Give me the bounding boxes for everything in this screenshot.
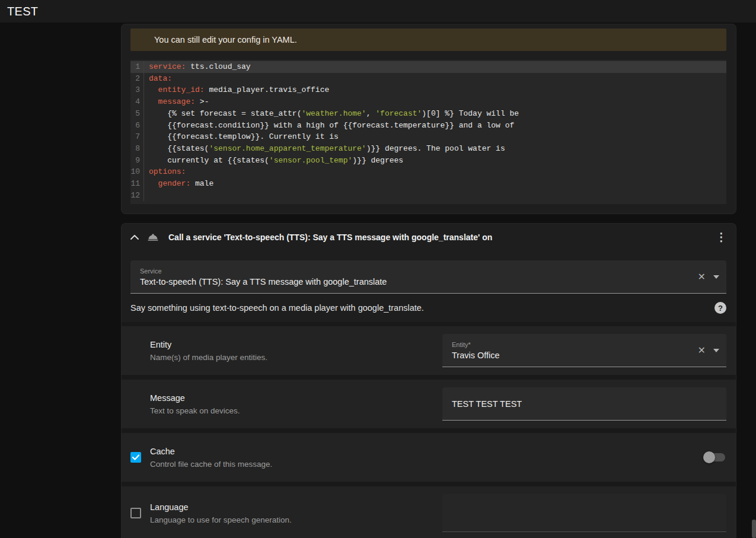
message-field[interactable]: TEST TEST TEST: [442, 387, 726, 421]
line-number: 9: [130, 155, 144, 167]
language-description: Language to use for speech generation.: [150, 515, 430, 524]
overflow-menu-button[interactable]: ⋮: [716, 233, 725, 242]
toggle-knob: [703, 451, 715, 463]
code-text: gender: male: [144, 178, 213, 190]
entity-labels: EntityName(s) of media player entities.: [150, 340, 442, 362]
clear-x-icon[interactable]: ✕: [698, 272, 706, 282]
code-line-12: 12: [130, 190, 726, 202]
service-field-label: Service: [140, 268, 696, 275]
cache-name: Cache: [150, 447, 430, 456]
clear-x-icon[interactable]: ✕: [698, 346, 706, 355]
entity-name: Entity: [150, 340, 430, 349]
code-line-10: 10options:: [130, 166, 726, 178]
collapse-button[interactable]: [130, 233, 139, 242]
code-text: message: >-: [144, 96, 209, 108]
attribute-rows: EntityName(s) of media player entities.E…: [122, 322, 736, 538]
message-row: MessageText to speak on devices.TEST TES…: [122, 380, 736, 428]
code-text: {% set forecast = state_attr('weather.ho…: [144, 108, 519, 120]
action-card-header: Call a service 'Text-to-speech (TTS): Sa…: [122, 224, 736, 251]
code-text: [144, 190, 149, 202]
entity-row: EntityName(s) of media player entities.E…: [122, 326, 736, 375]
cache-description: Control file cache of this message.: [150, 460, 430, 469]
language-field[interactable]: [442, 494, 726, 532]
code-text: service: tts.cloud_say: [144, 61, 251, 73]
code-line-2: 2data:: [130, 73, 726, 85]
service-field-value: Text-to-speech (TTS): Say a TTS message …: [140, 277, 696, 286]
code-text: {{forecast.templow}}. Currently it is: [144, 131, 339, 143]
cache-field-slot: [442, 453, 726, 461]
language-labels: LanguageLanguage to use for speech gener…: [150, 502, 442, 524]
code-text: {{states('sensor.home_apparent_temperatu…: [144, 143, 505, 155]
main-content: You can still edit your config in YAML. …: [121, 24, 736, 538]
service-description: Say something using text-to-speech on a …: [130, 303, 424, 313]
line-number: 7: [130, 131, 144, 143]
message-field-value: TEST TEST TEST: [452, 399, 696, 409]
code-line-1: 1service: tts.cloud_say: [130, 61, 726, 73]
line-number: 1: [130, 61, 144, 73]
code-line-5: 5 {% set forecast = state_attr('weather.…: [130, 108, 726, 120]
cache-toggle[interactable]: [705, 453, 725, 461]
line-number: 11: [130, 178, 144, 190]
code-line-7: 7 {{forecast.templow}}. Currently it is: [130, 131, 726, 143]
caret-down-icon[interactable]: [713, 349, 719, 352]
language-checkbox-slot: [130, 508, 150, 518]
room-service-icon: [147, 231, 159, 243]
action-title: Call a service 'Text-to-speech (TTS): Sa…: [168, 233, 492, 242]
code-text: data:: [144, 73, 172, 85]
code-text: {{forecast.condition}} with a high of {{…: [144, 120, 514, 132]
yaml-editor-card: You can still edit your config in YAML. …: [121, 24, 736, 214]
line-number: 12: [130, 190, 144, 202]
line-number: 5: [130, 108, 144, 120]
language-name: Language: [150, 502, 430, 512]
code-line-8: 8 {{states('sensor.home_apparent_tempera…: [130, 143, 726, 155]
line-number: 6: [130, 120, 144, 132]
page-title: TEST: [7, 5, 38, 18]
code-line-11: 11 gender: male: [130, 178, 726, 190]
code-line-9: 9 currently at {{states('sensor.pool_tem…: [130, 155, 726, 167]
line-number: 2: [130, 73, 144, 85]
entity-field-label: Entity*: [452, 341, 696, 348]
code-text: currently at {{states('sensor.pool_temp'…: [144, 155, 403, 167]
code-text: entity_id: media_player.travis_office: [144, 84, 329, 96]
service-action-card: Call a service 'Text-to-speech (TTS): Sa…: [121, 223, 736, 538]
message-description: Text to speak on devices.: [150, 406, 430, 415]
entity-field-slot: Entity*Travis Office✕: [442, 334, 726, 367]
entity-field[interactable]: Entity*Travis Office✕: [442, 334, 726, 367]
line-number: 8: [130, 143, 144, 155]
help-question-icon[interactable]: ?: [714, 302, 726, 314]
cache-row: CacheControl file cache of this message.: [122, 433, 736, 482]
chevron-up-icon: [130, 235, 139, 240]
message-field-slot: TEST TEST TEST: [442, 387, 726, 421]
service-select-field[interactable]: Service Text-to-speech (TTS): Say a TTS …: [130, 260, 726, 294]
line-number: 4: [130, 96, 144, 108]
cache-labels: CacheControl file cache of this message.: [150, 447, 442, 469]
entity-description: Name(s) of media player entities.: [150, 353, 430, 362]
message-labels: MessageText to speak on devices.: [150, 393, 442, 415]
code-line-4: 4 message: >-: [130, 96, 726, 108]
service-description-row: Say something using text-to-speech on a …: [122, 294, 736, 322]
language-checkbox[interactable]: [130, 508, 141, 518]
yaml-code-editor[interactable]: 1service: tts.cloud_say2data:3 entity_id…: [130, 60, 726, 204]
language-row: LanguageLanguage to use for speech gener…: [122, 486, 736, 538]
top-bar: TEST: [0, 0, 756, 23]
yaml-warning-banner: You can still edit your config in YAML.: [130, 28, 726, 51]
language-field-slot: [442, 494, 726, 532]
cache-checkbox[interactable]: [130, 452, 141, 463]
entity-field-value: Travis Office: [452, 351, 696, 360]
cache-checkbox-slot: [130, 452, 150, 463]
code-line-6: 6 {{forecast.condition}} with a high of …: [130, 120, 726, 132]
scrollbar-thumb[interactable]: [752, 520, 756, 538]
banner-text: You can still edit your config in YAML.: [154, 35, 297, 44]
message-name: Message: [150, 393, 430, 403]
caret-down-icon[interactable]: [713, 275, 719, 279]
code-line-3: 3 entity_id: media_player.travis_office: [130, 84, 726, 96]
checkbox-check-icon: [132, 454, 139, 460]
line-number: 3: [130, 84, 144, 96]
code-text: options:: [144, 166, 186, 178]
line-number: 10: [130, 166, 144, 178]
